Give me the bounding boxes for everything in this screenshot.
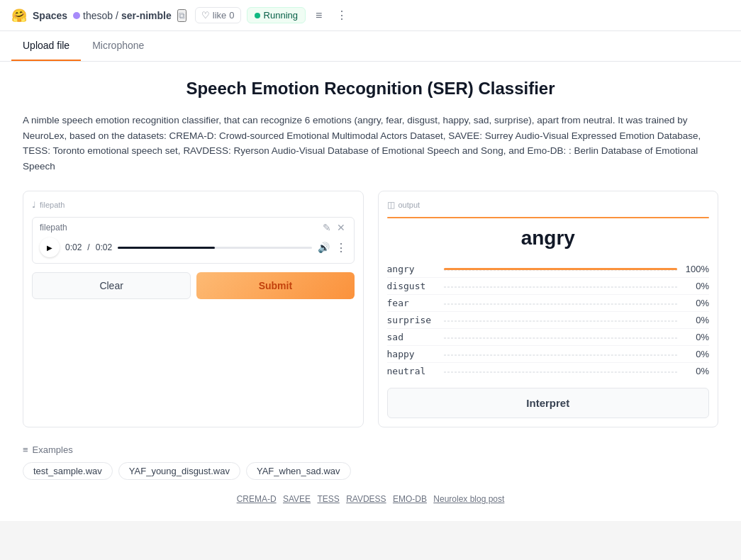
emotion-pct: 0% bbox=[684, 349, 709, 359]
like-count: 0 bbox=[229, 10, 234, 21]
copy-button[interactable]: ⧉ bbox=[177, 9, 186, 22]
footer-link[interactable]: RAVDESS bbox=[346, 494, 386, 504]
audio-progress-fill bbox=[118, 247, 215, 249]
audio-progress-bar[interactable] bbox=[118, 247, 311, 249]
status-label: Running bbox=[264, 10, 298, 21]
main-content: Speech Emotion Recognition (SER) Classif… bbox=[0, 62, 741, 521]
output-separator bbox=[387, 217, 710, 218]
edit-audio-button[interactable]: ✎ bbox=[321, 220, 333, 235]
audio-filename: filepath bbox=[40, 223, 67, 233]
like-label: like bbox=[213, 10, 227, 21]
emotion-bar-track bbox=[444, 336, 678, 338]
like-button[interactable]: ♡ like 0 bbox=[195, 7, 241, 23]
more-options-button[interactable]: ⋮ bbox=[332, 7, 352, 23]
footer-link[interactable]: Neurolex blog post bbox=[433, 494, 504, 504]
examples-list-icon: ≡ bbox=[23, 444, 28, 455]
emotion-pct: 0% bbox=[684, 281, 709, 291]
spaces-label: Spaces bbox=[33, 10, 67, 21]
emotion-bar-container bbox=[444, 268, 678, 270]
output-panel: ◫ output angry angry100%disgust0%fear0%s… bbox=[378, 191, 719, 427]
examples-header[interactable]: ≡ Examples bbox=[23, 444, 718, 455]
output-icon: ◫ bbox=[387, 200, 395, 210]
footer-link[interactable]: CREMA-D bbox=[237, 494, 277, 504]
input-label-text: filepath bbox=[40, 201, 65, 209]
heart-icon: ♡ bbox=[201, 10, 210, 21]
tabs-container: Upload file Microphone bbox=[0, 31, 741, 62]
status-badge[interactable]: Running bbox=[247, 7, 306, 23]
emotion-pct: 0% bbox=[684, 315, 709, 325]
status-dot bbox=[255, 13, 260, 18]
user-avatar-dot bbox=[73, 12, 80, 19]
audio-container: filepath ✎ ✕ ▶ 0:02 / 0:02 🔊 ⋮ bbox=[32, 217, 355, 264]
emotion-pct: 0% bbox=[684, 332, 709, 342]
emotion-bar-container bbox=[444, 302, 678, 304]
emotion-bar-track bbox=[444, 319, 678, 321]
example-chip[interactable]: test_sample.wav bbox=[23, 462, 113, 480]
audio-more-button[interactable]: ⋮ bbox=[335, 241, 347, 254]
emotion-bar-container bbox=[444, 285, 678, 287]
user-info: thesob / ser-nimble bbox=[73, 10, 172, 21]
repo-name: ser-nimble bbox=[121, 10, 172, 21]
audio-player: ▶ 0:02 / 0:02 🔊 ⋮ bbox=[40, 235, 347, 260]
examples-section: ≡ Examples test_sample.wavYAF_young_disg… bbox=[23, 444, 718, 480]
footer-link[interactable]: TESS bbox=[317, 494, 339, 504]
emotion-row: happy0% bbox=[387, 346, 710, 363]
input-panel: ♩ filepath filepath ✎ ✕ ▶ 0:02 / 0:02 bbox=[23, 191, 364, 427]
emotion-row: angry100% bbox=[387, 261, 710, 278]
huggingface-logo: 🤗 bbox=[11, 8, 27, 23]
volume-button[interactable]: 🔊 bbox=[318, 242, 330, 253]
emotion-name: surprise bbox=[387, 315, 437, 325]
separator: / bbox=[116, 10, 118, 21]
tab-microphone[interactable]: Microphone bbox=[81, 31, 155, 61]
emotion-bar-track bbox=[444, 353, 678, 355]
audio-time-current: 0:02 bbox=[65, 242, 82, 252]
audio-actions: ✎ ✕ bbox=[321, 220, 347, 235]
examples-list: test_sample.wavYAF_young_disgust.wavYAF_… bbox=[23, 462, 718, 480]
emotion-row: sad0% bbox=[387, 329, 710, 346]
footer-links: CREMA-D SAVEE TESS RAVDESS EMO-DB Neurol… bbox=[23, 494, 718, 504]
topbar: 🤗 Spaces thesob / ser-nimble ⧉ ♡ like 0 … bbox=[0, 0, 741, 31]
input-panel-label: ♩ filepath bbox=[32, 200, 355, 210]
close-audio-button[interactable]: ✕ bbox=[335, 220, 347, 235]
emotion-name: neutral bbox=[387, 366, 437, 376]
interpret-button[interactable]: Interpret bbox=[387, 388, 710, 418]
emotion-row: fear0% bbox=[387, 295, 710, 312]
emotion-row: surprise0% bbox=[387, 312, 710, 329]
examples-label: Examples bbox=[33, 444, 73, 455]
emotion-row: neutral0% bbox=[387, 363, 710, 379]
example-chip[interactable]: YAF_when_sad.wav bbox=[246, 462, 351, 480]
emotion-pct: 100% bbox=[684, 264, 709, 274]
audio-label-row: filepath ✎ ✕ bbox=[40, 220, 347, 235]
emotion-name: angry bbox=[387, 264, 437, 274]
emotion-bar-track bbox=[444, 370, 678, 372]
two-columns: ♩ filepath filepath ✎ ✕ ▶ 0:02 / 0:02 bbox=[23, 191, 718, 427]
emotion-name: fear bbox=[387, 298, 437, 308]
audio-time-total: 0:02 bbox=[96, 242, 112, 252]
emotion-pct: 0% bbox=[684, 366, 709, 376]
footer-link[interactable]: SAVEE bbox=[283, 494, 311, 504]
emotion-name: disgust bbox=[387, 281, 437, 291]
submit-button[interactable]: Submit bbox=[196, 272, 354, 299]
emotion-result: angry bbox=[387, 227, 710, 250]
emotion-bar-track bbox=[444, 302, 678, 304]
output-label-text: output bbox=[399, 201, 420, 209]
username: thesob bbox=[83, 10, 113, 21]
play-button[interactable]: ▶ bbox=[40, 237, 60, 257]
emotion-bar-fill bbox=[444, 268, 678, 270]
topbar-actions: ♡ like 0 Running ≡ ⋮ bbox=[195, 7, 352, 23]
clear-button[interactable]: Clear bbox=[32, 272, 191, 299]
emotion-bar-container bbox=[444, 370, 678, 372]
audio-time-separator: / bbox=[87, 242, 89, 252]
footer-link[interactable]: EMO-DB bbox=[393, 494, 427, 504]
example-chip[interactable]: YAF_young_disgust.wav bbox=[118, 462, 240, 480]
list-icon-button[interactable]: ≡ bbox=[311, 8, 326, 23]
emotion-name: sad bbox=[387, 332, 437, 342]
music-note-icon: ♩ bbox=[32, 200, 36, 210]
emotion-bar-container bbox=[444, 336, 678, 338]
output-panel-label: ◫ output bbox=[387, 200, 710, 210]
action-buttons: Clear Submit bbox=[32, 272, 355, 299]
emotion-bar-track bbox=[444, 285, 678, 287]
emotion-bar-container bbox=[444, 319, 678, 321]
emotion-pct: 0% bbox=[684, 298, 709, 308]
tab-upload-file[interactable]: Upload file bbox=[11, 31, 81, 61]
